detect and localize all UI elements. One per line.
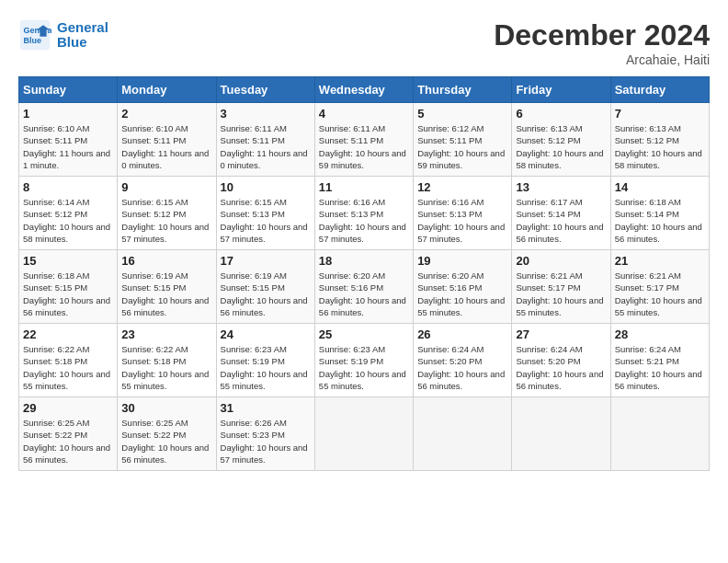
day-number: 31 [221,401,311,415]
month-year-title: December 2024 [494,18,710,52]
day-number: 4 [319,107,409,121]
daylight-text: Daylight: 10 hours and 58 minutes. [615,147,705,172]
weekday-header-saturday: Saturday [610,77,709,103]
location-subtitle: Arcahaie, Haiti [494,52,710,67]
calendar-cell: 24 Sunrise: 6:23 AM Sunset: 5:19 PM Dayl… [216,324,314,397]
day-info: Sunrise: 6:20 AM Sunset: 5:16 PM Dayligh… [417,270,507,318]
day-info: Sunrise: 6:16 AM Sunset: 5:13 PM Dayligh… [417,196,507,245]
day-number: 3 [221,107,311,121]
sunset-text: Sunset: 5:13 PM [221,208,311,220]
daylight-text: Daylight: 10 hours and 56 minutes. [121,442,211,466]
calendar-table: SundayMondayTuesdayWednesdayThursdayFrid… [18,76,710,471]
sunset-text: Sunset: 5:18 PM [23,355,113,367]
sunset-text: Sunset: 5:15 PM [23,282,113,293]
sunset-text: Sunset: 5:15 PM [121,282,211,293]
day-number: 27 [516,327,606,341]
sunset-text: Sunset: 5:12 PM [121,208,211,220]
day-number: 1 [23,107,113,121]
calendar-week-row: 8 Sunrise: 6:14 AM Sunset: 5:12 PM Dayli… [19,177,710,250]
sunset-text: Sunset: 5:17 PM [516,282,606,293]
sunrise-text: Sunrise: 6:21 AM [615,270,705,282]
daylight-text: Daylight: 10 hours and 56 minutes. [417,368,507,393]
day-number: 2 [121,107,211,121]
daylight-text: Daylight: 10 hours and 57 minutes. [319,221,409,246]
calendar-cell: 2 Sunrise: 6:10 AM Sunset: 5:11 PM Dayli… [118,103,216,177]
daylight-text: Daylight: 11 hours and 0 minutes. [121,147,211,172]
daylight-text: Daylight: 10 hours and 56 minutes. [319,294,409,319]
sunset-text: Sunset: 5:23 PM [221,429,311,441]
sunrise-text: Sunrise: 6:22 AM [121,343,211,355]
sunrise-text: Sunrise: 6:16 AM [319,196,409,208]
calendar-cell: 10 Sunrise: 6:15 AM Sunset: 5:13 PM Dayl… [216,177,314,250]
daylight-text: Daylight: 10 hours and 56 minutes. [23,442,113,466]
daylight-text: Daylight: 10 hours and 55 minutes. [23,368,113,393]
daylight-text: Daylight: 10 hours and 55 minutes. [121,368,211,393]
daylight-text: Daylight: 10 hours and 57 minutes. [221,442,311,466]
sunset-text: Sunset: 5:22 PM [121,429,211,441]
daylight-text: Daylight: 10 hours and 59 minutes. [319,147,409,172]
calendar-cell: 25 Sunrise: 6:23 AM Sunset: 5:19 PM Dayl… [314,324,413,397]
sunset-text: Sunset: 5:13 PM [319,208,409,220]
sunset-text: Sunset: 5:14 PM [615,208,705,220]
calendar-cell: 3 Sunrise: 6:11 AM Sunset: 5:11 PM Dayli… [216,103,314,177]
sunset-text: Sunset: 5:18 PM [121,355,211,367]
calendar-cell: 20 Sunrise: 6:21 AM Sunset: 5:17 PM Dayl… [512,250,610,324]
day-info: Sunrise: 6:10 AM Sunset: 5:11 PM Dayligh… [121,122,211,171]
calendar-cell: 29 Sunrise: 6:25 AM Sunset: 5:22 PM Dayl… [19,397,118,471]
day-info: Sunrise: 6:23 AM Sunset: 5:19 PM Dayligh… [319,343,409,392]
daylight-text: Daylight: 10 hours and 57 minutes. [417,221,507,246]
sunrise-text: Sunrise: 6:18 AM [23,270,113,282]
calendar-week-row: 29 Sunrise: 6:25 AM Sunset: 5:22 PM Dayl… [19,397,710,471]
sunset-text: Sunset: 5:17 PM [615,282,705,293]
calendar-cell [610,397,709,471]
calendar-cell: 12 Sunrise: 6:16 AM Sunset: 5:13 PM Dayl… [414,177,512,250]
day-number: 8 [23,180,113,194]
day-number: 20 [516,254,606,268]
calendar-week-row: 22 Sunrise: 6:22 AM Sunset: 5:18 PM Dayl… [19,324,710,397]
daylight-text: Daylight: 10 hours and 56 minutes. [221,294,311,319]
day-number: 19 [417,254,507,268]
day-info: Sunrise: 6:23 AM Sunset: 5:19 PM Dayligh… [221,343,311,392]
daylight-text: Daylight: 10 hours and 55 minutes. [516,294,606,319]
sunset-text: Sunset: 5:12 PM [23,208,113,220]
daylight-text: Daylight: 10 hours and 56 minutes. [121,294,211,319]
sunrise-text: Sunrise: 6:13 AM [615,122,705,134]
sunrise-text: Sunrise: 6:19 AM [121,270,211,282]
day-number: 11 [319,180,409,194]
calendar-cell: 19 Sunrise: 6:20 AM Sunset: 5:16 PM Dayl… [414,250,512,324]
calendar-cell: 5 Sunrise: 6:12 AM Sunset: 5:11 PM Dayli… [414,103,512,177]
day-info: Sunrise: 6:19 AM Sunset: 5:15 PM Dayligh… [121,270,211,318]
title-block: December 2024 Arcahaie, Haiti [494,18,710,67]
calendar-cell: 8 Sunrise: 6:14 AM Sunset: 5:12 PM Dayli… [19,177,118,250]
calendar-cell: 1 Sunrise: 6:10 AM Sunset: 5:11 PM Dayli… [19,103,118,177]
logo-line1: General [57,20,108,36]
logo: General Blue General Blue [18,18,108,52]
sunrise-text: Sunrise: 6:25 AM [23,417,113,429]
calendar-cell: 4 Sunrise: 6:11 AM Sunset: 5:11 PM Dayli… [314,103,413,177]
day-number: 6 [516,107,606,121]
calendar-cell: 22 Sunrise: 6:22 AM Sunset: 5:18 PM Dayl… [19,324,118,397]
day-number: 14 [615,180,705,194]
sunset-text: Sunset: 5:19 PM [319,355,409,367]
day-number: 26 [417,327,507,341]
calendar-cell: 17 Sunrise: 6:19 AM Sunset: 5:15 PM Dayl… [216,250,314,324]
daylight-text: Daylight: 10 hours and 58 minutes. [516,147,606,172]
sunset-text: Sunset: 5:12 PM [516,134,606,146]
calendar-cell: 11 Sunrise: 6:16 AM Sunset: 5:13 PM Dayl… [314,177,413,250]
daylight-text: Daylight: 11 hours and 1 minute. [23,147,113,172]
day-info: Sunrise: 6:18 AM Sunset: 5:14 PM Dayligh… [615,196,705,245]
day-info: Sunrise: 6:15 AM Sunset: 5:12 PM Dayligh… [121,196,211,245]
day-number: 7 [615,107,705,121]
sunrise-text: Sunrise: 6:23 AM [221,343,311,355]
svg-text:General: General [23,26,51,35]
sunrise-text: Sunrise: 6:14 AM [23,196,113,208]
day-info: Sunrise: 6:16 AM Sunset: 5:13 PM Dayligh… [319,196,409,245]
day-info: Sunrise: 6:10 AM Sunset: 5:11 PM Dayligh… [23,122,113,171]
day-number: 29 [23,401,113,415]
sunrise-text: Sunrise: 6:20 AM [319,270,409,282]
sunset-text: Sunset: 5:15 PM [221,282,311,293]
sunset-text: Sunset: 5:16 PM [319,282,409,293]
sunrise-text: Sunrise: 6:21 AM [516,270,606,282]
day-number: 28 [615,327,705,341]
day-info: Sunrise: 6:13 AM Sunset: 5:12 PM Dayligh… [615,122,705,171]
